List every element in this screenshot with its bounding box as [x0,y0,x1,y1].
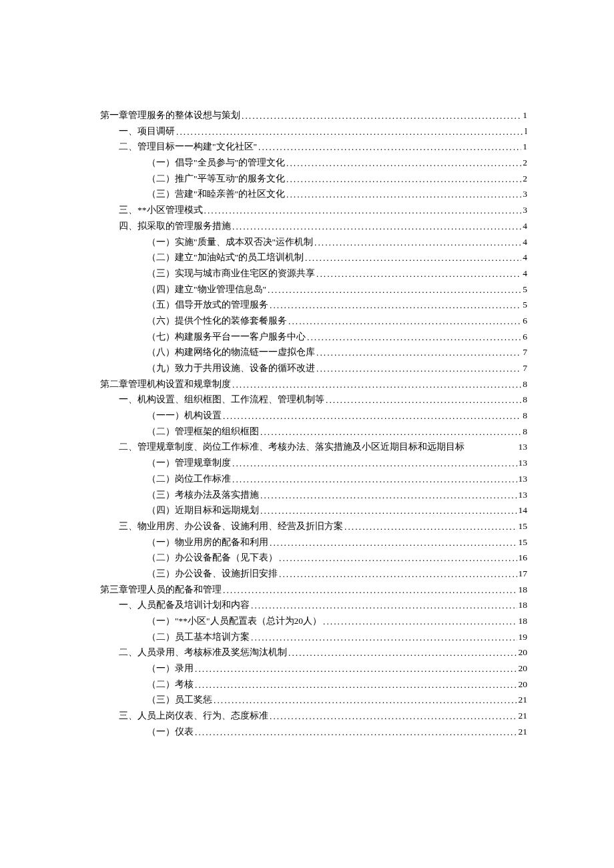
toc-entry-page: 20 [519,679,528,690]
toc-entry-page: 4 [523,237,527,248]
toc-entry-page: 6 [523,332,527,342]
toc-entry-title: 三、**小区管理模式 [119,205,203,215]
toc-entry: （二）推广"平等互动"的服务文化2 [100,173,527,184]
toc-entry-page: 3 [523,205,527,215]
toc-entry-title: （一）倡导"全员参与"的管理文化 [147,157,285,168]
toc-entry: 一、项目调研l [100,126,527,137]
toc-entry-title: （二）员工基本培训方案 [147,632,250,642]
toc-entry: （八）构建网络化的物流链一一虚拟仓库7 [100,347,527,358]
toc-entry-page: 6 [523,316,527,326]
toc-entry-title: （二）建立"加油站式"的员工培训机制 [147,252,304,263]
toc-entry: 一、机构设置、组织框图、工作流程、管理机制等8 [100,394,527,405]
toc-entry-page: 14 [519,505,528,516]
toc-entry-title: 一、项目调研 [119,126,175,137]
toc-entry: （六）提供个性化的装修套餐服务6 [100,316,527,326]
toc-entry-page: 8 [523,379,527,390]
toc-entry: 三、人员上岗仪表、行为、态度标准21 [100,711,527,721]
toc-leader-dots [258,142,521,153]
toc-entry-title: （三）员工奖惩 [147,695,212,705]
toc-entry-page: l [525,126,527,137]
toc-leader-dots [260,427,521,438]
toc-entry-page: 7 [523,347,527,358]
toc-entry: （一）"**小区"人员配置表（总计为20人）18 [100,616,527,626]
toc-entry: （一一）机构设置8 [100,410,527,421]
toc-entry: 二、管理目标一一构建"文化社区"1 [100,141,527,152]
toc-entry: 四、拟采取的管理服务措施4 [100,221,527,232]
toc-leader-dots [232,474,517,485]
toc-entry-title: 第三章管理人员的配备和管理 [100,584,222,595]
toc-entry-page: 8 [523,394,527,405]
toc-entry-title: （一）实施"质量、成本双否决"运作机制 [147,237,313,248]
toc-leader-dots [316,348,521,358]
toc-leader-dots [260,490,517,501]
toc-entry: （一）物业用房的配备和利用15 [100,537,527,548]
toc-entry-page: 13 [519,458,528,468]
toc-entry-page: 2 [523,173,527,184]
toc-entry-page: 18 [519,584,528,595]
toc-leader-dots [195,680,517,691]
toc-entry-title: （二）办公设备配备（见下表） [147,552,278,563]
toc-entry-page: 21 [519,695,528,705]
toc-leader-dots [270,538,517,548]
toc-entry-title: 二、管理目标一一构建"文化社区" [119,141,257,152]
toc-entry-title: （八）构建网络化的物流链一一虚拟仓库 [147,347,315,358]
toc-entry-page: 20 [519,663,528,674]
toc-entry-page: 5 [523,300,527,310]
toc-entry: （二）岗位工作标准13 [100,474,527,484]
toc-leader-dots [232,222,521,232]
toc-leader-dots [223,585,517,596]
toc-entry: 一、人员配备及培训计划和内容18 [100,600,527,610]
toc-entry-title: 第二章管理机构设置和规章制度 [100,379,231,390]
toc-leader-dots [251,600,517,611]
toc-leader-dots [307,332,521,343]
toc-entry: （四）近期目标和远期规划14 [100,505,527,516]
toc-entry: （一）录用20 [100,663,527,674]
toc-entry: （一）管理规章制度13 [100,458,527,468]
toc-entry-title: 三、物业用房、办公设备、设施利用、经营及折旧方案 [119,521,343,532]
toc-entry-page: 8 [523,410,527,421]
toc-leader-dots [279,569,517,580]
toc-entry: （五）倡导开放式的管理服务5 [100,300,527,310]
toc-entry-title: （四）建立"物业管理信息岛" [147,284,266,295]
toc-entry-page: 15 [519,537,528,548]
toc-entry-page: 17 [519,568,528,579]
toc-entry-title: （一）"**小区"人员配置表（总计为20人） [147,616,322,626]
toc-entry: （二）管理框架的组织框图8 [100,426,527,437]
toc-entry: 第一章管理服务的整体设想与策划1 [100,110,527,121]
toc-leader-dots [223,411,521,422]
toc-entry: （一）仪表21 [100,727,527,737]
toc-entry-title: （六）提供个性化的装修套餐服务 [147,316,287,326]
toc-entry-page: 13 [519,474,528,484]
toc-entry-title: （五）倡导开放式的管理服务 [147,300,268,310]
toc-entry-title: （三）实现与城市商业住宅区的资源共享 [147,268,315,279]
toc-leader-dots [323,616,517,627]
toc-entry: 二、管理规章制度、岗位工作标准、考核办法、落实措施及小区近期目标和远期目标13 [100,442,527,452]
toc-entry-title: （四）近期目标和远期规划 [147,505,259,516]
toc-entry-title: （一）物业用房的配备和利用 [147,537,268,548]
toc-entry: 三、物业用房、办公设备、设施利用、经营及折旧方案15 [100,521,527,532]
toc-entry: （七）构建服务平台一一客户服务中心6 [100,332,527,342]
toc-entry-title: （三）考核办法及落实措施 [147,490,259,500]
toc-entry-page: 15 [519,521,528,532]
toc-entry-title: 四、拟采取的管理服务措施 [119,221,231,232]
toc-entry: （三）员工奖惩21 [100,695,527,705]
toc-leader-dots [286,158,521,169]
toc-leader-dots [176,127,523,137]
toc-leader-dots [195,727,517,738]
toc-entry-page: 1 [523,141,527,152]
toc-entry-page: 8 [523,426,527,437]
toc-entry-title: 二、人员录用、考核标准及奖惩淘汰机制 [119,647,287,658]
toc-entry-title: （二）推广"平等互动"的服务文化 [147,173,285,184]
toc-leader-dots [260,506,517,516]
toc-entry-page: 21 [519,711,528,721]
toc-entry: （一）实施"质量、成本双否决"运作机制4 [100,237,527,248]
toc-entry: 第二章管理机构设置和规章制度8 [100,379,527,390]
toc-entry-page: 20 [519,647,528,658]
toc-entry-title: （一）管理规章制度 [147,458,231,468]
toc-entry-title: （九）致力于共用设施、设备的循环改进 [147,363,315,374]
toc-leader-dots [316,269,521,280]
toc-leader-dots [279,553,517,564]
toc-entry-title: 第一章管理服务的整体设想与策划 [100,110,240,121]
toc-entry: 三、**小区管理模式3 [100,205,527,215]
toc-entry-page: 13 [519,442,528,452]
